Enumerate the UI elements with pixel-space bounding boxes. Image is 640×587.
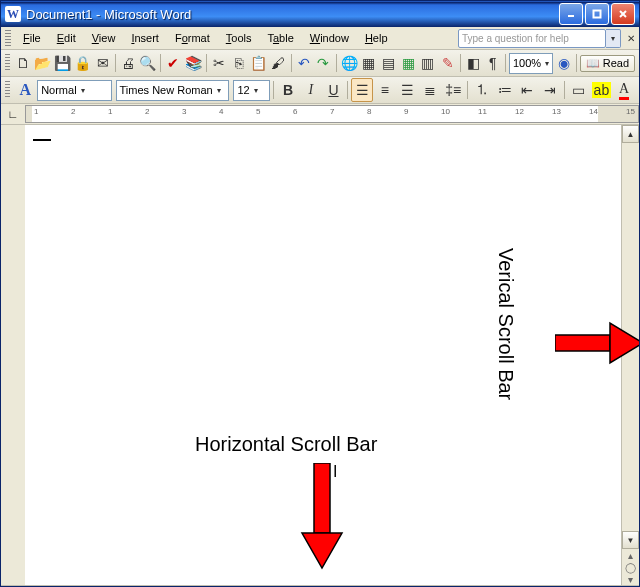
browse-object-button[interactable]: ◯ (622, 561, 639, 573)
menu-help[interactable]: Help (357, 30, 396, 46)
ruler-row: ∟ 12123456789101112131415 (1, 104, 639, 125)
bold-button[interactable]: B (277, 78, 299, 102)
separator (291, 54, 292, 72)
show-marks-icon[interactable]: ¶ (483, 51, 502, 75)
scroll-up-button[interactable]: ▲ (622, 125, 639, 143)
document-area: Horizontal Scroll Bar Verical Scroll Bar… (1, 125, 639, 585)
minimize-button[interactable] (559, 3, 583, 25)
italic-button[interactable]: I (300, 78, 322, 102)
window-title: Document1 - Microsoft Word (26, 7, 559, 22)
format-painter-icon[interactable]: 🖌 (269, 51, 288, 75)
zoom-combo[interactable]: 100%▾ (509, 53, 553, 74)
styles-pane-icon[interactable]: A (14, 78, 36, 102)
open-icon[interactable]: 📂 (33, 51, 52, 75)
menu-tools[interactable]: Tools (218, 30, 260, 46)
research-icon[interactable]: 📚 (184, 51, 203, 75)
ruler-number: 12 (515, 107, 524, 116)
font-value: Times New Roman (120, 84, 213, 96)
separator (460, 54, 461, 72)
ruler-number: 8 (367, 107, 371, 116)
increase-indent-button[interactable]: ⇥ (539, 78, 561, 102)
chevron-down-icon: ▾ (545, 59, 549, 68)
separator (160, 54, 161, 72)
help-icon[interactable]: ◉ (554, 51, 573, 75)
arrow-down-icon (297, 463, 347, 573)
menu-window[interactable]: Window (302, 30, 357, 46)
read-button[interactable]: 📖Read (580, 55, 635, 72)
toolbar-handle-icon[interactable] (5, 30, 11, 46)
close-button[interactable] (611, 3, 635, 25)
app-window: W Document1 - Microsoft Word File Edit V… (0, 0, 640, 587)
font-color-button[interactable]: A (613, 78, 635, 102)
help-search-input[interactable]: Type a question for help (458, 29, 606, 48)
separator (336, 54, 337, 72)
horizontal-ruler[interactable]: 12123456789101112131415 (25, 105, 639, 123)
chevron-down-icon: ▾ (81, 86, 85, 95)
new-doc-icon[interactable]: 🗋 (14, 51, 33, 75)
numbering-button[interactable]: ⒈ (471, 78, 493, 102)
cut-icon[interactable]: ✂ (210, 51, 229, 75)
menu-format[interactable]: Format (167, 30, 218, 46)
maximize-button[interactable] (585, 3, 609, 25)
bullets-button[interactable]: ≔ (494, 78, 516, 102)
menu-file[interactable]: File (15, 30, 49, 46)
chevron-down-icon: ▾ (217, 86, 221, 95)
size-value: 12 (237, 84, 249, 96)
underline-button[interactable]: U (323, 78, 345, 102)
spelling-icon[interactable]: ✔ (164, 51, 183, 75)
document-page[interactable]: Horizontal Scroll Bar Verical Scroll Bar… (25, 125, 621, 585)
style-combo[interactable]: Normal▾ (37, 80, 111, 101)
undo-icon[interactable]: ↶ (294, 51, 313, 75)
text-cursor-line (33, 139, 51, 141)
email-icon[interactable]: ✉ (93, 51, 112, 75)
help-search-dropdown[interactable]: ▾ (606, 29, 621, 48)
toolbar-handle-icon[interactable] (5, 81, 10, 99)
doc-map-icon[interactable]: ◧ (464, 51, 483, 75)
print-icon[interactable]: 🖨 (119, 51, 138, 75)
ruler-number: 9 (404, 107, 408, 116)
tables-borders-icon[interactable]: ▦ (360, 51, 379, 75)
svg-rect-6 (555, 335, 610, 351)
highlight-button[interactable]: ab (591, 78, 613, 102)
align-right-button[interactable]: ☰ (397, 78, 419, 102)
excel-icon[interactable]: ▦ (399, 51, 418, 75)
redo-icon[interactable]: ↷ (314, 51, 333, 75)
columns-icon[interactable]: ▥ (419, 51, 438, 75)
justify-button[interactable]: ≣ (419, 78, 441, 102)
tab-selector[interactable]: ∟ (1, 104, 25, 124)
book-icon: 📖 (586, 57, 600, 70)
menu-table[interactable]: Table (259, 30, 301, 46)
toolbar-handle-icon[interactable] (5, 54, 10, 72)
save-icon[interactable]: 💾 (53, 51, 72, 75)
formatting-toolbar: A Normal▾ Times New Roman▾ 12▾ B I U ☰ ≡… (1, 77, 639, 104)
decrease-indent-button[interactable]: ⇤ (516, 78, 538, 102)
close-doc-button[interactable]: ✕ (627, 33, 635, 44)
hyperlink-icon[interactable]: 🌐 (340, 51, 359, 75)
permission-icon[interactable]: 🔒 (73, 51, 92, 75)
font-combo[interactable]: Times New Roman▾ (116, 80, 230, 101)
menu-insert[interactable]: Insert (123, 30, 167, 46)
borders-button[interactable]: ▭ (568, 78, 590, 102)
prev-page-button[interactable]: ▴ (622, 549, 639, 561)
drawing-icon[interactable]: ✎ (438, 51, 457, 75)
paste-icon[interactable]: 📋 (249, 51, 268, 75)
vertical-ruler[interactable] (1, 125, 25, 585)
insert-table-icon[interactable]: ▤ (379, 51, 398, 75)
next-page-button[interactable]: ▾ (622, 573, 639, 585)
menu-view[interactable]: View (84, 30, 124, 46)
style-value: Normal (41, 84, 76, 96)
menu-edit[interactable]: Edit (49, 30, 84, 46)
align-center-button[interactable]: ≡ (374, 78, 396, 102)
align-left-button[interactable]: ☰ (351, 78, 373, 102)
ruler-number: 2 (71, 107, 75, 116)
scroll-down-button[interactable]: ▼ (622, 531, 639, 549)
print-preview-icon[interactable]: 🔍 (138, 51, 157, 75)
word-app-icon: W (5, 6, 21, 22)
line-spacing-button[interactable]: ‡≡ (442, 78, 464, 102)
size-combo[interactable]: 12▾ (233, 80, 270, 101)
ruler-number: 5 (256, 107, 260, 116)
ruler-number: 6 (293, 107, 297, 116)
chevron-down-icon: ▾ (254, 86, 258, 95)
copy-icon[interactable]: ⎘ (229, 51, 248, 75)
svg-rect-4 (314, 463, 330, 533)
